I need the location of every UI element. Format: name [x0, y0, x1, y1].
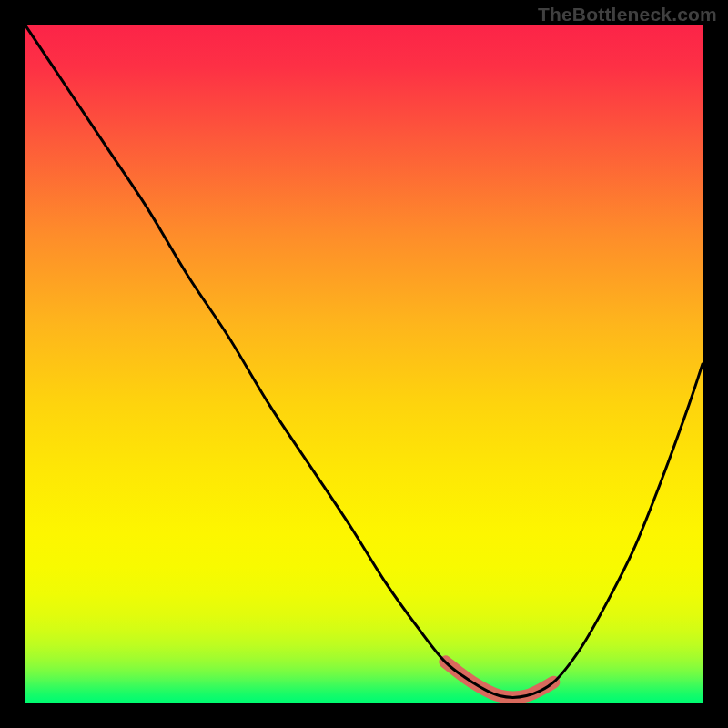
- bottleneck-curve: [25, 25, 703, 697]
- curve-svg: [25, 25, 703, 703]
- chart-stage: TheBottleneck.com: [0, 0, 728, 728]
- watermark: TheBottleneck.com: [538, 4, 717, 25]
- plot-area: [25, 25, 703, 703]
